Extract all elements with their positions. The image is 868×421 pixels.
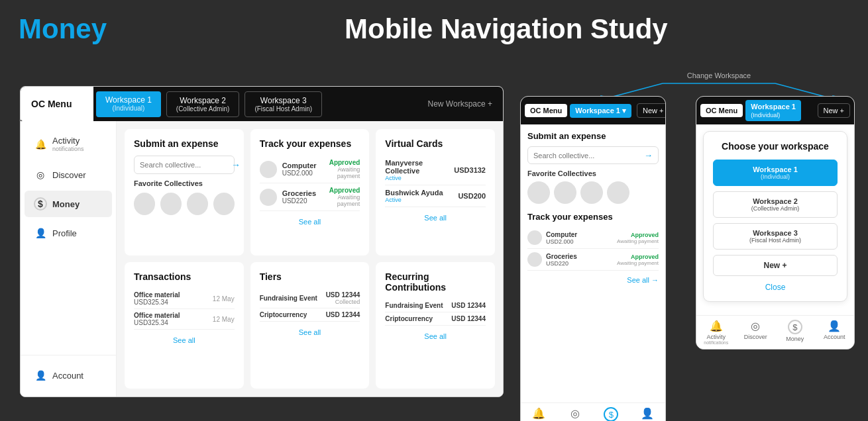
sidebar-label: Activity [52,136,80,146]
mobile-expense-name: Computer [546,231,613,238]
workspace-tab-2[interactable]: Workspace 2 (Collective Admin) [166,91,240,117]
tx-row-1: Office material USD325.34 12 May [134,289,235,309]
see-all-text: See all [627,276,649,284]
mobile-nav-money-2[interactable]: $ Money [775,316,815,349]
see-all-link[interactable]: See all [260,218,360,226]
close-button[interactable]: Close [713,283,838,292]
mobile-nav-activity[interactable]: 🔔 Activity notifications [521,403,557,421]
ws-tab-label: Workspace 1 [105,95,152,105]
ws-option-3[interactable]: Workspace 3 (Fiscal Host Admin) [713,223,838,250]
recurring-row-2: Criptocurrency USD 12344 [385,312,486,326]
card-transactions: Transactions Office material USD325.34 1… [125,262,244,389]
mobile-nav-account[interactable]: 👤 Account [629,403,666,421]
card-title: Tiers [260,271,360,282]
bell-icon: 🔔 [710,320,723,332]
mobile-nav-discover[interactable]: ◎ Discover [557,403,594,421]
mobile-expense-status: Approved Awaiting payment [617,254,659,266]
workspace-tab-1[interactable]: Workspace 1 (Individual) [96,91,161,117]
mobile-new-btn[interactable]: New + [637,103,666,118]
mobile-nav-account-2[interactable]: 👤 Account [815,316,855,349]
tx-name: Office material [134,312,180,319]
workspace-tab-3[interactable]: Workspace 3 (Fiscal Host Admin) [244,91,322,117]
fav-label: Favorite Collectives [134,179,235,187]
mobile-nav-label: Account [824,334,845,340]
vc-name: Bushwick Ayuda [385,189,443,197]
discover-icon: ◎ [34,168,47,181]
card-title: Submit an expense [134,138,235,149]
see-all-link[interactable]: See all [260,328,360,336]
new-workspace-button[interactable]: New Workspace + [417,99,503,109]
mobile-content-2: Choose your workspace Workspace 1 (Indiv… [696,124,854,308]
sidebar-item-discover[interactable]: ◎ Discover [25,162,112,188]
tier-name: Fundraising Event [260,295,317,302]
sidebar-account-label: Account [52,371,83,381]
account-icon: 👤 [34,369,47,382]
mobile-expense-info: Groceries USD220 [546,253,613,267]
discover-icon: ◎ [751,320,760,332]
bell-icon: 🔔 [34,138,47,151]
sidebar-item-activity[interactable]: 🔔 Activity notifications [25,129,112,159]
mobile-nav-money[interactable]: $ Money [593,403,629,421]
workspace-tabs: Workspace 1 (Individual) Workspace 2 (Co… [93,86,417,122]
mobile-oc-menu[interactable]: OC Menu [525,104,567,117]
card-submit-expense: Submit an expense → Favorite Collectives [125,129,244,256]
vc-info: Manyverse Collective Active [385,159,454,181]
search-input[interactable] [140,161,231,169]
mobile-nav-activity-2[interactable]: 🔔 Activity notifications [696,316,736,349]
mobile-search-row[interactable]: → [527,146,659,164]
see-all-link[interactable]: See all [134,336,235,344]
mobile-workspace-btn[interactable]: Workspace 1 ▾ [570,104,631,118]
mobile-fav-circles [527,181,659,204]
discover-icon: ◎ [570,407,580,420]
tier-amount: USD 12344 [326,311,360,318]
ws-option-1[interactable]: Workspace 1 (Individual) [713,160,838,186]
sidebar-item-account[interactable]: 👤 Account [25,362,112,389]
mobile-badge: Approved [617,232,659,238]
sidebar-item-profile[interactable]: 👤 Profile [25,220,112,246]
tx-date: 12 May [213,295,235,303]
vc-sub: Active [385,197,443,203]
mobile-workspace-btn-2[interactable]: Workspace 1 (Individual) [745,100,801,121]
search-row[interactable]: → [134,156,235,174]
sidebar-label: Money [52,199,80,209]
mobile-see-all[interactable]: See all → [527,276,659,284]
mobile-nav-sub: notifications [704,340,728,345]
see-all-link[interactable]: See all [385,214,486,222]
ws-option-sub: (Fiscal Host Admin) [720,237,830,244]
mobile-oc-menu-2[interactable]: OC Menu [700,104,743,117]
vc-amount: USD3132 [454,166,486,174]
money-icon: $ [604,407,618,421]
ws-option-sub: (Collective Admin) [720,205,830,212]
tx-info: Office material USD325.34 [134,312,180,326]
desktop-sidebar: 🔔 Activity notifications ◎ Discover $ Mo… [21,121,117,397]
mobile-nav-discover-2[interactable]: ◎ Discover [736,316,776,349]
vc-row-2: Bushwick Ayuda Active USD200 [385,185,486,207]
mobile-new-btn-2[interactable]: New + [818,103,851,118]
see-all-link[interactable]: See all [385,332,486,340]
ws-option-label: Workspace 2 [720,197,830,205]
badge-approved: Approved [321,187,360,194]
fav-circle-4 [213,193,235,215]
ws-option-label: Workspace 1 [720,165,830,173]
expense-info: Computer USD2.000 [282,162,317,177]
tier-sub: Collected [326,299,360,305]
new-ws-option[interactable]: New + [713,255,838,276]
page-title: Mobile Navigation Study [345,13,668,45]
account-icon: 👤 [641,407,654,420]
card-title: Recurring Contributions [385,271,486,293]
mobile-expense-status: Approved Awaiting payment [617,232,659,244]
expense-row-1: Computer USD2.000 Approved Awaiting paym… [260,156,360,183]
recurring-amount: USD 12344 [451,315,486,322]
card-virtual-cards: Virtual Cards Manyverse Collective Activ… [376,129,495,256]
ws-option-2[interactable]: Workspace 2 (Collective Admin) [713,191,838,218]
ws-option-sub: (Individual) [720,173,830,180]
oc-menu-button[interactable]: OC Menu [21,87,93,121]
mobile-search-input[interactable] [533,152,644,160]
mobile-mockup-2: OC Menu Workspace 1 (Individual) New + C… [696,96,855,350]
sidebar-label: Profile [52,228,77,238]
sidebar-item-money[interactable]: $ Money [25,191,112,217]
desktop-mockup: OC Menu Workspace 1 (Individual) Workspa… [20,86,504,397]
mobile-content-1: Submit an expense → Favorite Collectives… [521,124,665,402]
expense-name: Groceries [282,189,316,197]
sidebar-bottom: 👤 Account [21,355,116,390]
